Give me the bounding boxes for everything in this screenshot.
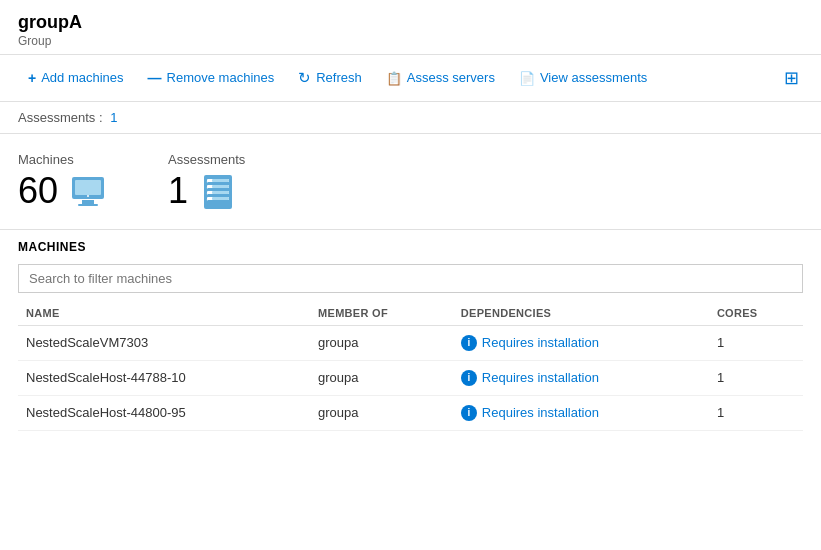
add-machines-label: Add machines xyxy=(41,70,123,85)
svg-rect-2 xyxy=(82,200,94,204)
view-icon xyxy=(519,70,535,86)
stats-section: Machines 60 Assessments 1 xyxy=(0,134,821,221)
server-icon xyxy=(68,171,108,211)
machines-section: MACHINES NAME MEMBER OF DEPENDENCIES COR… xyxy=(0,229,821,431)
grid-view-icon[interactable] xyxy=(780,63,803,93)
add-machines-button[interactable]: Add machines xyxy=(18,64,134,92)
table-row[interactable]: NestedScaleHost-44788-10 groupa i Requir… xyxy=(18,360,803,395)
svg-rect-1 xyxy=(75,180,101,195)
assessments-stat-row: 1 ✓ ✓ ✓ ✓ xyxy=(168,171,245,211)
refresh-button[interactable]: Refresh xyxy=(288,63,372,93)
remove-icon xyxy=(148,70,162,86)
cell-dependencies: i Requires installation xyxy=(453,395,709,430)
dep-link[interactable]: Requires installation xyxy=(482,405,599,420)
cell-member-of: groupa xyxy=(310,360,453,395)
view-assessments-button[interactable]: View assessments xyxy=(509,64,657,92)
assessments-bar-separator: : xyxy=(99,110,103,125)
table-row[interactable]: NestedScaleVM7303 groupa i Requires inst… xyxy=(18,325,803,360)
refresh-icon xyxy=(298,69,311,87)
col-cores: CORES xyxy=(709,301,803,326)
assessment-icon: ✓ ✓ ✓ ✓ xyxy=(198,171,238,211)
col-name: NAME xyxy=(18,301,310,326)
toolbar: Add machines Remove machines Refresh Ass… xyxy=(0,55,821,102)
cell-cores: 1 xyxy=(709,395,803,430)
svg-rect-13 xyxy=(212,197,229,200)
info-icon: i xyxy=(461,335,477,351)
machines-table: NAME MEMBER OF DEPENDENCIES CORES Nested… xyxy=(18,301,803,431)
dep-link[interactable]: Requires installation xyxy=(482,370,599,385)
remove-machines-button[interactable]: Remove machines xyxy=(138,64,285,92)
assessments-count: 1 xyxy=(168,173,188,209)
table-body: NestedScaleVM7303 groupa i Requires inst… xyxy=(18,325,803,430)
machines-section-title: MACHINES xyxy=(18,240,803,254)
cell-name: NestedScaleVM7303 xyxy=(18,325,310,360)
page-subtitle: Group xyxy=(18,34,803,48)
assess-icon xyxy=(386,70,402,86)
dep-link[interactable]: Requires installation xyxy=(482,335,599,350)
machines-stat: Machines 60 xyxy=(18,152,108,211)
svg-rect-11 xyxy=(212,185,229,188)
cell-cores: 1 xyxy=(709,325,803,360)
page-header: groupA Group xyxy=(0,0,821,55)
info-icon: i xyxy=(461,370,477,386)
remove-machines-label: Remove machines xyxy=(167,70,275,85)
assessments-bar-label: Assessments xyxy=(18,110,95,125)
machines-count: 60 xyxy=(18,173,58,209)
assessments-stat-label: Assessments xyxy=(168,152,245,167)
svg-rect-12 xyxy=(212,191,229,194)
page-title: groupA xyxy=(18,12,803,34)
table-header: NAME MEMBER OF DEPENDENCIES CORES xyxy=(18,301,803,326)
svg-rect-10 xyxy=(212,179,229,182)
assess-servers-label: Assess servers xyxy=(407,70,495,85)
plus-icon xyxy=(28,70,36,86)
assessments-stat: Assessments 1 ✓ ✓ ✓ ✓ xyxy=(168,152,245,211)
machines-label: Machines xyxy=(18,152,108,167)
cell-member-of: groupa xyxy=(310,395,453,430)
cell-dependencies: i Requires installation xyxy=(453,360,709,395)
cell-name: NestedScaleHost-44800-95 xyxy=(18,395,310,430)
svg-text:✓: ✓ xyxy=(206,196,210,202)
svg-point-4 xyxy=(87,195,89,197)
assess-servers-button[interactable]: Assess servers xyxy=(376,64,505,92)
svg-rect-3 xyxy=(78,204,98,206)
assessments-count-link[interactable]: 1 xyxy=(110,110,117,125)
cell-name: NestedScaleHost-44788-10 xyxy=(18,360,310,395)
search-input[interactable] xyxy=(18,264,803,293)
col-member-of: MEMBER OF xyxy=(310,301,453,326)
col-dependencies: DEPENDENCIES xyxy=(453,301,709,326)
cell-cores: 1 xyxy=(709,360,803,395)
assessments-bar: Assessments : 1 xyxy=(0,102,821,134)
refresh-label: Refresh xyxy=(316,70,362,85)
cell-dependencies: i Requires installation xyxy=(453,325,709,360)
table-row[interactable]: NestedScaleHost-44800-95 groupa i Requir… xyxy=(18,395,803,430)
info-icon: i xyxy=(461,405,477,421)
view-assessments-label: View assessments xyxy=(540,70,647,85)
machines-stat-row: 60 xyxy=(18,171,108,211)
cell-member-of: groupa xyxy=(310,325,453,360)
